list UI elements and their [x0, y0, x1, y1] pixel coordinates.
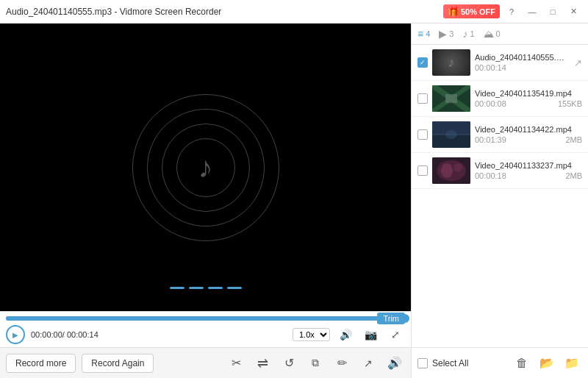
file-duration-2: 00:00:08: [475, 99, 506, 108]
rotate-button[interactable]: ↺: [279, 353, 299, 374]
image-tab-icon: ⛰: [484, 28, 494, 40]
progress-fill: [6, 316, 405, 321]
camera-icon: 📷: [365, 329, 377, 340]
image-tab-count: 0: [496, 29, 501, 38]
video-tab-count: 3: [449, 29, 453, 38]
more-button[interactable]: 📁: [562, 353, 582, 374]
record-more-button[interactable]: Record more: [6, 354, 76, 373]
close-button[interactable]: ✕: [564, 4, 582, 19]
rotate-icon: ↺: [284, 356, 294, 370]
more-icon: 📁: [564, 356, 579, 370]
list-item[interactable]: Video_240401134422.mp4 00:01:39 2MB: [412, 117, 588, 153]
tab-list[interactable]: ≡ 4: [417, 28, 430, 40]
file-info-3: Video_240401134422.mp4 00:01:39 2MB: [475, 125, 582, 144]
tab-video[interactable]: ▶ 3: [439, 28, 453, 40]
progress-track[interactable]: [6, 316, 405, 321]
app-title: Audio_240401140555.mp3 - Vidmore Screen …: [6, 7, 221, 17]
audio-tab-icon: ♪: [462, 28, 467, 40]
file-checkbox-3[interactable]: [417, 129, 428, 140]
file-checkbox-4[interactable]: [417, 165, 428, 176]
file-checkbox-2[interactable]: [417, 93, 428, 104]
file-name-1: Audio_240401140555.mp3: [475, 53, 570, 62]
svg-point-10: [441, 163, 453, 178]
video-tab-icon: ▶: [439, 28, 447, 40]
tab-audio[interactable]: ♪ 1: [462, 28, 474, 40]
svg-point-7: [445, 130, 457, 139]
file-thumb-3: [432, 121, 470, 148]
volume-icon: 🔊: [340, 329, 352, 340]
time-display: 00:00:00/ 00:00:14: [31, 330, 287, 339]
speed-select[interactable]: 1.0x 0.5x 1.5x 2.0x: [293, 328, 330, 341]
folder-icon: 📂: [539, 356, 554, 370]
share-icon-1[interactable]: ↗: [574, 57, 582, 68]
file-thumb-1: ♪: [432, 49, 470, 76]
audio-icon: 🔊: [387, 356, 402, 370]
file-meta-2: 00:00:08 155KB: [475, 99, 582, 108]
file-size-4: 2MB: [565, 171, 582, 180]
file-size-3: 2MB: [565, 135, 582, 144]
delete-button[interactable]: 🗑: [512, 353, 532, 374]
file-thumb-4: [432, 157, 470, 184]
adjust-button[interactable]: ⇌: [252, 353, 273, 374]
audio-tab-count: 1: [470, 29, 474, 38]
file-info-1: Audio_240401140555.mp3 00:00:14: [475, 53, 570, 72]
right-panel: ≡ 4 ▶ 3 ♪ 1 ⛰ 0 ✓ ♪: [411, 24, 588, 378]
file-list: ✓ ♪ Audio_240401140555.mp3 00:00:14 ↗: [412, 45, 588, 347]
video-area: ♪: [0, 24, 411, 311]
video-thumb-svg-2: [432, 121, 470, 148]
file-meta-1: 00:00:14: [475, 63, 570, 72]
duplicate-icon: ⧉: [312, 357, 319, 369]
progress-bar-container: Trim: [0, 312, 411, 322]
help-button[interactable]: ?: [503, 4, 520, 19]
open-folder-button[interactable]: 📂: [537, 353, 557, 374]
file-duration-1: 00:00:14: [475, 63, 506, 72]
music-visual: ♪: [132, 94, 279, 241]
maximize-button[interactable]: □: [544, 4, 562, 19]
dash-1: [170, 287, 184, 289]
audio-edit-button[interactable]: 🔊: [384, 353, 405, 374]
list-item[interactable]: ✓ ♪ Audio_240401140555.mp3 00:00:14 ↗: [412, 45, 588, 81]
select-all-area[interactable]: Select All: [417, 358, 468, 368]
play-icon: ▶: [12, 331, 18, 339]
trim-button[interactable]: Trim: [377, 313, 405, 324]
promo-badge[interactable]: 🎁 50% OFF: [443, 4, 500, 18]
svg-rect-3: [445, 94, 457, 103]
player-controls: Trim ▶ 00:00:00/ 00:00:14 1.0x 0.5x 1.5x…: [0, 311, 411, 347]
select-all-checkbox[interactable]: [417, 358, 428, 368]
export-button[interactable]: ↗: [358, 353, 379, 374]
play-button[interactable]: ▶: [6, 325, 25, 344]
promo-text: 50% OFF: [461, 7, 495, 16]
list-tab-count: 4: [426, 29, 430, 38]
player-panel: ♪ Trim ▶: [0, 24, 411, 378]
cut-button[interactable]: ✂: [226, 353, 246, 374]
file-meta-3: 00:01:39 2MB: [475, 135, 582, 144]
bottom-right-bar: Select All 🗑 📂 📁: [412, 347, 588, 378]
adjust-icon: ⇌: [257, 355, 268, 371]
volume-button[interactable]: 🔊: [336, 325, 355, 344]
dash-4: [227, 287, 242, 289]
list-item[interactable]: Video_240401133237.mp4 00:00:18 2MB: [412, 153, 588, 189]
tab-image[interactable]: ⛰ 0: [484, 28, 501, 40]
fullscreen-button[interactable]: ⤢: [386, 325, 405, 344]
delete-icon: 🗑: [516, 357, 528, 370]
audio-thumb-1: ♪: [432, 49, 470, 76]
snapshot-button[interactable]: 📷: [361, 325, 380, 344]
file-info-4: Video_240401133237.mp4 00:00:18 2MB: [475, 161, 582, 180]
video-thumb-svg-3: [432, 157, 470, 184]
list-item[interactable]: Video_240401135419.mp4 00:00:08 155KB: [412, 81, 588, 117]
minimize-button[interactable]: —: [523, 4, 541, 19]
edit-button[interactable]: ✏: [331, 353, 352, 374]
dash-3: [208, 287, 223, 289]
record-again-button[interactable]: Record Again: [82, 354, 154, 373]
duplicate-button[interactable]: ⧉: [305, 353, 326, 374]
select-all-label: Select All: [432, 358, 468, 368]
title-bar-right: 🎁 50% OFF ? — □ ✕: [443, 4, 582, 19]
edit-icon: ✏: [337, 356, 347, 370]
file-size-2: 155KB: [558, 99, 582, 108]
svg-point-11: [453, 163, 462, 172]
tab-bar: ≡ 4 ▶ 3 ♪ 1 ⛰ 0: [412, 24, 588, 45]
file-duration-3: 00:01:39: [475, 135, 506, 144]
fullscreen-icon: ⤢: [391, 329, 400, 340]
file-checkbox-1[interactable]: ✓: [417, 57, 428, 68]
cut-icon: ✂: [232, 356, 241, 370]
